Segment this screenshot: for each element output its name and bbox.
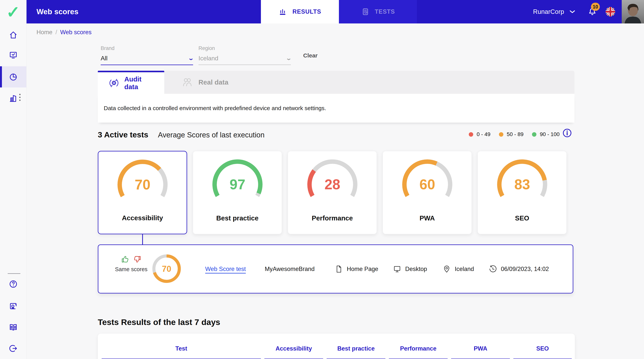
- user-avatar[interactable]: [622, 0, 644, 24]
- audit-info-panel: Data collected in a controlled environme…: [98, 94, 574, 122]
- breadcrumb-home[interactable]: Home: [36, 29, 52, 36]
- help-icon: [9, 280, 18, 289]
- datetime-item: 06/09/2023, 14:02: [488, 245, 549, 293]
- gauge-card-seo[interactable]: 83SEO: [478, 151, 567, 234]
- chevron-down-icon: [570, 10, 575, 14]
- clock-history-icon: [488, 265, 497, 273]
- legend-label: 0 - 49: [477, 131, 490, 138]
- sidebar-item-tests-monitor[interactable]: [0, 44, 26, 66]
- gauge-card-pwa[interactable]: 60PWA: [382, 151, 472, 234]
- column-header-seo: SEO: [513, 345, 572, 359]
- feedback-block: Same scores: [109, 255, 153, 272]
- datetime-value: 06/09/2023, 14:02: [501, 266, 549, 272]
- column-header-performance: Performance: [389, 345, 448, 359]
- region-filter-value: Iceland: [198, 55, 218, 62]
- breadcrumb: Home / Web scores: [36, 29, 92, 36]
- gauge-label: Performance: [288, 214, 376, 222]
- brand-item: MyAwesomeBrand: [265, 245, 315, 293]
- column-header-pwa: PWA: [451, 345, 510, 359]
- gauge-cards-row: 70Accessibility97Best practice28Performa…: [98, 151, 567, 234]
- feedback-label: Same scores: [109, 266, 153, 272]
- thumbs-down-icon[interactable]: [133, 255, 141, 264]
- app-header: Web scores RESULTS TESTS RunarCorp 10: [26, 0, 644, 24]
- breadcrumb-separator: /: [56, 29, 57, 36]
- tab-audit-label: Audit data: [124, 75, 154, 91]
- sidebar-item-certificates[interactable]: [0, 296, 26, 317]
- sidebar-item-logout[interactable]: [0, 338, 26, 359]
- gauge-card-accessibility[interactable]: 70Accessibility: [98, 151, 187, 234]
- pie-chart-icon: [9, 72, 18, 82]
- brand-filter-label: Brand: [101, 45, 193, 51]
- thumbs-up-icon[interactable]: [121, 255, 130, 264]
- ring-score: 70: [162, 264, 171, 274]
- selected-card-connector: [142, 234, 143, 245]
- sidebar-item-web-scores[interactable]: [0, 66, 26, 88]
- results-table-card: TestAccessibilityBest practicePerformanc…: [98, 334, 575, 359]
- column-header-best-practice: Best practice: [326, 345, 386, 359]
- desktop-icon: [393, 265, 401, 273]
- page-name: Home Page: [347, 266, 378, 272]
- tab-audit-data[interactable]: ⚙ Audit data: [98, 71, 164, 94]
- gauge-score: 60: [420, 176, 435, 192]
- monitor-check-icon: [9, 50, 18, 60]
- brand-name: MyAwesomeBrand: [265, 266, 315, 272]
- tab-results-label: RESULTS: [292, 8, 321, 15]
- notifications-button[interactable]: 10: [588, 7, 597, 16]
- sidebar-item-home[interactable]: [0, 24, 26, 46]
- brand-filter-value: All: [101, 55, 108, 62]
- sidebar: ✓: [0, 0, 26, 359]
- certificate-icon: [9, 302, 18, 311]
- average-scores-subtitle: Average Scores of last execution: [158, 131, 264, 139]
- gauge-score: 97: [230, 176, 245, 192]
- brand-filter[interactable]: Brand All ⌄: [101, 45, 193, 65]
- gauge-score: 28: [324, 176, 340, 192]
- legend-label: 90 - 100: [540, 131, 560, 138]
- location-pin-icon: [442, 265, 451, 273]
- score-legend: 0 - 4950 - 8990 - 100: [469, 131, 560, 138]
- legend-item: 50 - 89: [499, 131, 524, 138]
- audit-info-text: Data collected in a controlled environme…: [104, 105, 326, 112]
- app-logo-checkmark: ✓: [0, 4, 26, 21]
- chevron-down-icon: ⌄: [286, 55, 292, 61]
- company-more-menu[interactable]: [19, 94, 20, 101]
- gauge-label: SEO: [478, 214, 566, 222]
- book-icon: [9, 323, 18, 332]
- gauge-card-performance[interactable]: 28Performance: [288, 151, 377, 234]
- gauge-card-best-practice[interactable]: 97Best practice: [193, 151, 282, 234]
- tab-results[interactable]: RESULTS: [261, 0, 339, 24]
- legend-label: 50 - 89: [507, 131, 524, 138]
- home-icon: [9, 30, 18, 40]
- gear-sync-icon: ⚙: [108, 78, 119, 88]
- tab-tests[interactable]: TESTS: [339, 0, 417, 24]
- gauge-score: 83: [514, 176, 530, 192]
- clear-filters-button[interactable]: Clear: [303, 52, 318, 59]
- tab-real-data[interactable]: Real data: [164, 71, 239, 94]
- org-switcher[interactable]: RunarCorp: [533, 8, 575, 15]
- region-filter-label: Region: [198, 45, 291, 51]
- document-icon: [334, 265, 343, 273]
- data-source-tabs: ⚙ Audit data Real data: [98, 71, 574, 94]
- logout-icon: [9, 344, 18, 353]
- region-name: Iceland: [455, 266, 474, 272]
- gauge-label: Accessibility: [98, 214, 186, 222]
- region-filter[interactable]: Region Iceland ⌄: [198, 45, 291, 65]
- uk-flag-icon: [606, 7, 615, 16]
- legend-item: 90 - 100: [532, 131, 560, 138]
- people-icon: [183, 78, 194, 87]
- legend-dot-icon: [499, 132, 503, 137]
- language-flag-uk[interactable]: [606, 7, 615, 16]
- results-table-title: Tests Results of the last 7 days: [98, 318, 220, 327]
- info-icon[interactable]: [562, 128, 572, 138]
- web-score-test-link[interactable]: Web Score test: [205, 266, 246, 272]
- sidebar-item-help[interactable]: [0, 274, 26, 294]
- legend-dot-icon: [532, 132, 536, 137]
- gauge-label: Best practice: [193, 214, 282, 222]
- avatar-photo: [622, 2, 644, 24]
- page-title: Web scores: [36, 0, 78, 24]
- sidebar-item-docs[interactable]: [0, 317, 26, 338]
- bar-chart-icon: [278, 7, 288, 16]
- gauge-score: 70: [135, 176, 150, 192]
- org-name: RunarCorp: [533, 8, 564, 15]
- active-tests-title: 3 Active tests: [98, 130, 148, 139]
- sidebar-item-company[interactable]: [0, 88, 26, 109]
